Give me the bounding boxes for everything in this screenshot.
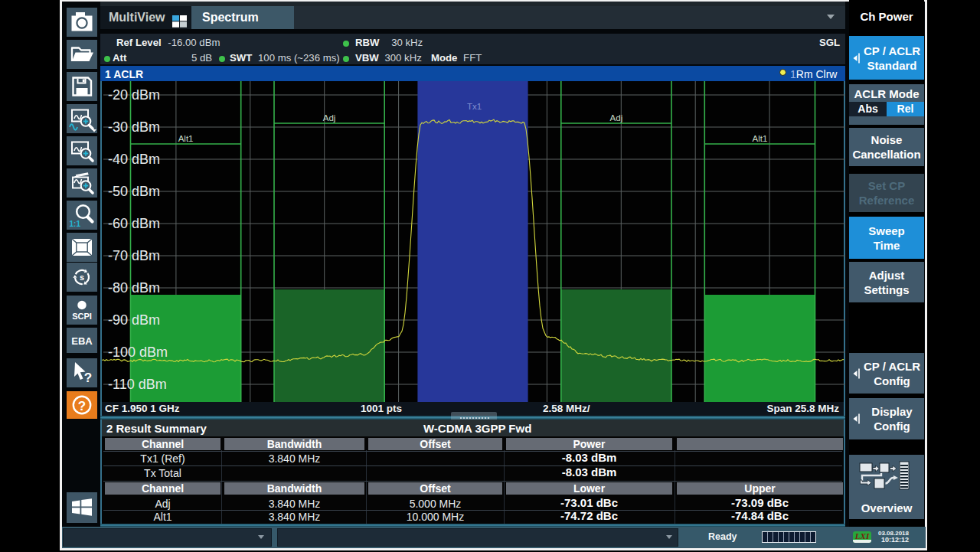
svg-text:-20 dBm: -20 dBm bbox=[108, 87, 160, 103]
svg-text:Adj: Adj bbox=[323, 113, 336, 122]
svg-text:Alt1: Alt1 bbox=[752, 134, 767, 143]
svg-text:-100 dBm: -100 dBm bbox=[108, 345, 168, 360]
svg-text:-80 dBm: -80 dBm bbox=[108, 280, 160, 296]
svg-text:-90 dBm: -90 dBm bbox=[108, 312, 160, 328]
svg-text:s: s bbox=[80, 273, 84, 282]
svg-text:Alt1: Alt1 bbox=[178, 134, 194, 143]
svg-text:?: ? bbox=[84, 371, 92, 385]
svg-text:-30 dBm: -30 dBm bbox=[108, 119, 160, 135]
svg-text:-40 dBm: -40 dBm bbox=[108, 152, 160, 167]
svg-text:?: ? bbox=[78, 399, 86, 413]
svg-text:Tx1: Tx1 bbox=[467, 102, 482, 111]
svg-text:1:1: 1:1 bbox=[70, 220, 81, 228]
svg-text:-110 dBm: -110 dBm bbox=[108, 377, 167, 392]
svg-text:Adj: Adj bbox=[610, 113, 623, 122]
svg-text:-70 dBm: -70 dBm bbox=[108, 248, 160, 263]
svg-text:-60 dBm: -60 dBm bbox=[108, 216, 160, 231]
svg-text:SCPI: SCPI bbox=[72, 312, 92, 321]
svg-text:-50 dBm: -50 dBm bbox=[108, 184, 160, 199]
svg-text:EBA: EBA bbox=[71, 335, 93, 347]
